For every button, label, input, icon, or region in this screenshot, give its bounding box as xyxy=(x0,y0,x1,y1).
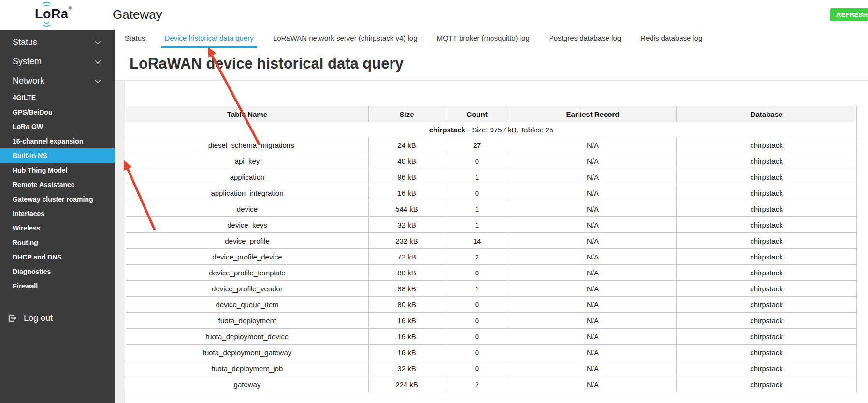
app-title: Gateway xyxy=(113,0,162,30)
table-row: application_integration16 kB0N/Achirpsta… xyxy=(126,185,857,201)
table-row: device_profile_device72 kB2N/Achirpstack xyxy=(126,249,857,265)
sidebar-section-system[interactable]: System xyxy=(0,52,115,71)
sidebar-item-4g-lte[interactable]: 4G/LTE xyxy=(0,90,115,105)
cell-database: chirpstack xyxy=(677,137,857,153)
cell-table-name: device_profile xyxy=(126,233,369,249)
table-row: __diesel_schema_migrations24 kB27N/Achir… xyxy=(126,137,857,153)
sidebar-item-lora-gw[interactable]: LoRa GW xyxy=(0,119,115,134)
cell-size: 72 kB xyxy=(369,249,445,265)
sidebar-item-interfaces[interactable]: Interfaces xyxy=(0,206,115,221)
sidebar-item-diagnostics[interactable]: Diagnostics xyxy=(0,264,115,279)
table-row: fuota_deployment_device16 kB0N/Achirpsta… xyxy=(126,329,857,345)
sidebar-item-hub-thing-model[interactable]: Hub Thing Model xyxy=(0,163,115,177)
table-row: device_profile232 kB14N/Achirpstack xyxy=(126,233,857,249)
sidebar-item-gps-beidou[interactable]: GPS/BeiDou xyxy=(0,105,115,119)
cell-earliest-record: N/A xyxy=(509,217,677,233)
cell-table-name: device xyxy=(126,201,369,217)
sidebar-sections: StatusSystemNetwork xyxy=(0,32,115,90)
content-divider xyxy=(115,80,868,81)
table-row: api_key40 kB0N/Achirpstack xyxy=(126,153,857,169)
sidebar-item-logout[interactable]: Log out xyxy=(0,311,115,325)
cell-database: chirpstack xyxy=(677,169,857,185)
cell-table-name: fuota_deployment_gateway xyxy=(126,345,369,360)
sidebar-section-network[interactable]: Network xyxy=(0,71,115,90)
table-row: device_profile_template80 kB0N/Achirpsta… xyxy=(126,265,857,281)
cell-size: 232 kB xyxy=(369,233,445,249)
cell-database: chirpstack xyxy=(677,233,857,249)
table-row: device_profile_vendor88 kB1N/Achirpstack xyxy=(126,281,857,297)
cell-earliest-record: N/A xyxy=(509,376,677,392)
chevron-down-icon xyxy=(95,58,101,64)
cell-table-name: application_integration xyxy=(126,185,369,201)
tab-status[interactable]: Status xyxy=(121,30,149,48)
cell-database: chirpstack xyxy=(677,345,857,360)
cell-table-name: device_profile_template xyxy=(126,265,369,281)
cell-earliest-record: N/A xyxy=(509,281,677,297)
tab-lorawan-network-server-chirpstack-v4-log[interactable]: LoRaWAN network server (chirpstack v4) l… xyxy=(270,30,421,48)
cell-earliest-record: N/A xyxy=(509,297,677,313)
sidebar: StatusSystemNetwork 4G/LTEGPS/BeiDouLoRa… xyxy=(0,30,115,403)
cell-earliest-record: N/A xyxy=(509,169,677,185)
sidebar-section-label: System xyxy=(13,57,42,67)
database-summary-row: chirpstack - Size: 9757 kB, Tables: 25 xyxy=(126,122,857,137)
sidebar-item-dhcp-and-dns[interactable]: DHCP and DNS xyxy=(0,250,115,264)
cell-database: chirpstack xyxy=(677,360,857,376)
summary-details: - Size: 9757 kB, Tables: 25 xyxy=(465,126,553,134)
cell-count: 0 xyxy=(445,329,509,345)
table-row: fuota_deployment16 kB0N/Achirpstack xyxy=(126,313,857,329)
cell-earliest-record: N/A xyxy=(509,137,677,153)
cell-size: 40 kB xyxy=(369,153,445,169)
table-row: device_queue_item80 kB0N/Achirpstack xyxy=(126,297,857,313)
cell-size: 16 kB xyxy=(369,329,445,345)
cell-table-name: gateway xyxy=(126,376,369,392)
cell-database: chirpstack xyxy=(677,329,857,345)
content-left-gutter xyxy=(115,81,125,403)
cell-earliest-record: N/A xyxy=(509,185,677,201)
sidebar-item-wireless[interactable]: Wireless xyxy=(0,221,115,235)
cell-count: 27 xyxy=(445,137,509,153)
cell-database: chirpstack xyxy=(677,265,857,281)
sidebar-network-items: 4G/LTEGPS/BeiDouLoRa GW16-channel expans… xyxy=(0,90,115,293)
cell-count: 0 xyxy=(445,297,509,313)
tab-mqtt-broker-mosquitto-log[interactable]: MQTT broker (mosquitto) log xyxy=(434,30,533,48)
sidebar-item-16-channel-expansion[interactable]: 16-channel expansion xyxy=(0,134,115,148)
sidebar-section-label: Network xyxy=(13,76,44,86)
top-bar: LoRa® Gateway REFRESHING xyxy=(0,0,868,30)
sidebar-item-remote-assistance[interactable]: Remote Assistance xyxy=(0,177,115,192)
cell-count: 14 xyxy=(445,233,509,249)
table-row: device544 kB1N/Achirpstack xyxy=(126,201,857,217)
cell-earliest-record: N/A xyxy=(509,313,677,329)
sidebar-section-status[interactable]: Status xyxy=(0,32,115,52)
tab-device-historical-data-query[interactable]: Device historical data query xyxy=(161,30,257,48)
lora-signal-arc-icon xyxy=(41,18,52,27)
sidebar-item-routing[interactable]: Routing xyxy=(0,235,115,250)
table-row: fuota_deployment_job32 kB0N/Achirpstack xyxy=(126,360,857,376)
cell-count: 0 xyxy=(445,153,509,169)
table-row: fuota_deployment_gateway16 kB0N/Achirpst… xyxy=(126,345,857,360)
tab-postgres-database-log[interactable]: Postgres database log xyxy=(546,30,624,48)
cell-count: 1 xyxy=(445,217,509,233)
sidebar-item-firewall[interactable]: Firewall xyxy=(0,279,115,293)
cell-earliest-record: N/A xyxy=(509,345,677,360)
sidebar-item-built-in-ns[interactable]: Built-in NS xyxy=(0,148,115,163)
tab-redis-database-log[interactable]: Redis database log xyxy=(637,30,706,48)
cell-count: 0 xyxy=(445,265,509,281)
cell-size: 96 kB xyxy=(369,169,445,185)
table-row: gateway224 kB2N/Achirpstack xyxy=(126,376,857,392)
cell-size: 16 kB xyxy=(369,185,445,201)
cell-database: chirpstack xyxy=(677,217,857,233)
cell-count: 0 xyxy=(445,360,509,376)
cell-size: 32 kB xyxy=(369,360,445,376)
column-header-table-name: Table Name xyxy=(126,106,369,122)
cell-earliest-record: N/A xyxy=(509,201,677,217)
cell-table-name: api_key xyxy=(126,153,369,169)
sidebar-item-gateway-cluster-roaming[interactable]: Gateway cluster roaming xyxy=(0,192,115,206)
cell-size: 32 kB xyxy=(369,217,445,233)
registered-mark: ® xyxy=(69,6,72,11)
cell-table-name: fuota_deployment_device xyxy=(126,329,369,345)
cell-database: chirpstack xyxy=(677,153,857,169)
summary-database-name: chirpstack xyxy=(429,126,465,134)
refresh-button[interactable]: REFRESHING xyxy=(830,8,868,21)
cell-count: 1 xyxy=(445,169,509,185)
cell-earliest-record: N/A xyxy=(509,329,677,345)
